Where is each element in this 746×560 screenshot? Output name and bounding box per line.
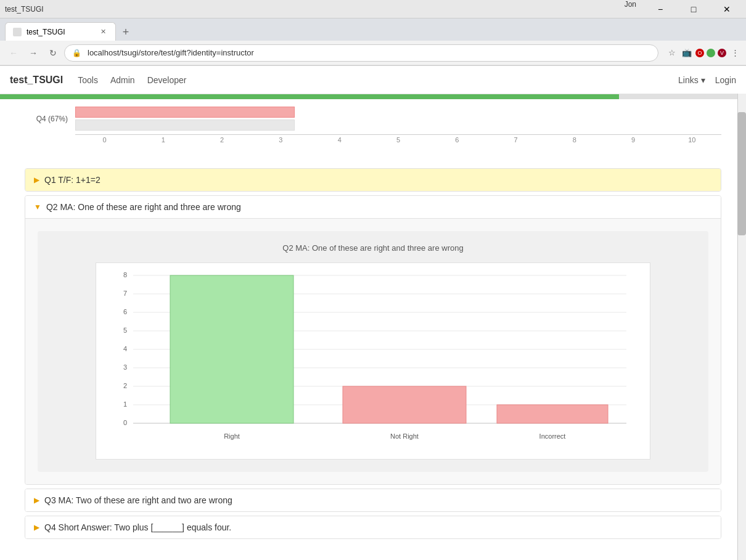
url-text: localhost/tsugi/store/test/gift?identity… [88, 48, 650, 57]
question-content-q2: Q2 MA: One of these are right and three … [25, 219, 721, 484]
svg-rect-19 [170, 275, 293, 423]
app-title: test_TSUGI [10, 75, 63, 86]
question-block-q4: ▶ Q4 Short Answer: Two plus [______] equ… [25, 516, 721, 539]
toggle-icon-q1: ▶ [34, 176, 39, 184]
user-name-display: Jon [625, 0, 636, 18]
chart-label-q4: Q4 (67%) [25, 115, 68, 123]
back-button[interactable]: ← [5, 44, 22, 62]
svg-text:3: 3 [123, 363, 127, 371]
opera-icon: O [695, 49, 704, 57]
top-chart-section: Q4 (67%) 0 1 2 3 4 5 6 7 8 9 10 [0, 99, 746, 156]
status-icon [707, 49, 715, 57]
progress-bar-fill [0, 94, 619, 99]
axis-tick-10: 10 [663, 134, 721, 144]
svg-rect-23 [497, 405, 608, 423]
tab-bar: test_TSUGI ✕ + [0, 18, 746, 41]
login-button[interactable]: Login [715, 75, 736, 85]
chart-bars-q4 [75, 107, 721, 131]
bar-light-q4 [75, 120, 295, 131]
question-header-q4[interactable]: ▶ Q4 Short Answer: Two plus [______] equ… [25, 516, 721, 538]
axis-tick-0: 0 [75, 134, 134, 144]
dropdown-arrow-icon: ▾ [701, 75, 705, 85]
main-content: Q4 (67%) 0 1 2 3 4 5 6 7 8 9 10 ▶ Q1 T [0, 94, 746, 560]
question-header-q1[interactable]: ▶ Q1 T/F: 1+1=2 [25, 169, 721, 191]
svg-text:4: 4 [123, 345, 127, 352]
toggle-icon-q3: ▶ [34, 496, 39, 505]
axis-tick-6: 6 [428, 134, 486, 144]
bar-chart-q2: Q2 MA: One of these are right and three … [38, 231, 708, 472]
maximize-button[interactable]: □ [679, 0, 708, 18]
svg-text:8: 8 [123, 271, 127, 278]
svg-text:1: 1 [123, 400, 127, 408]
svg-text:Right: Right [224, 432, 240, 440]
chart-title-q2: Q2 MA: One of these are right and three … [50, 243, 696, 253]
axis-tick-9: 9 [604, 134, 662, 144]
new-tab-button[interactable]: + [117, 23, 134, 41]
axis-tick-3: 3 [252, 134, 310, 144]
question-header-q3[interactable]: ▶ Q3 MA: Two of these are right and two … [25, 489, 721, 511]
main-nav: Tools Admin Developer [78, 75, 186, 85]
header-right: Links ▾ Login [678, 75, 736, 85]
bookmark-icon[interactable]: ☆ [666, 47, 678, 59]
scrollbar[interactable] [737, 94, 746, 560]
question-title-q4: Q4 Short Answer: Two plus [______] equal… [44, 522, 231, 532]
svg-text:7: 7 [123, 290, 127, 297]
svg-text:5: 5 [123, 327, 127, 334]
nav-bar: ← → ↻ 🔒 localhost/tsugi/store/test/gift?… [0, 41, 746, 65]
svg-rect-21 [343, 386, 466, 423]
question-header-q2[interactable]: ▼ Q2 MA: One of these are right and thre… [25, 196, 721, 219]
menu-icon[interactable]: ⋮ [729, 47, 741, 59]
vivaldi-icon: V [718, 49, 726, 57]
axis-tick-2: 2 [193, 134, 252, 144]
browser-chrome: test_TSUGI Jon − □ ✕ test_TSUGI ✕ + ← → … [0, 0, 746, 66]
window-controls: Jon − □ ✕ [625, 0, 741, 18]
axis-tick-7: 7 [486, 134, 545, 144]
cast-icon[interactable]: 📺 [681, 47, 693, 59]
chart-x-axis: 0 1 2 3 4 5 6 7 8 9 10 [25, 134, 721, 144]
bar-chart-svg-q2: 0 1 2 3 4 5 6 7 8 Right No [96, 262, 650, 460]
chart-row-q4: Q4 (67%) [25, 107, 721, 131]
active-tab[interactable]: test_TSUGI ✕ [5, 22, 116, 41]
refresh-button[interactable]: ↻ [44, 44, 62, 62]
bar-pink-q4 [75, 107, 295, 118]
svg-text:2: 2 [123, 382, 127, 389]
title-bar-text: test_TSUGI [5, 5, 44, 14]
question-title-q3: Q3 MA: Two of these are right and two ar… [44, 495, 232, 505]
scrollbar-thumb[interactable] [737, 112, 746, 235]
question-block-q1: ▶ Q1 T/F: 1+1=2 [25, 168, 721, 192]
forward-button[interactable]: → [25, 44, 42, 62]
svg-text:Incorrect: Incorrect [539, 432, 566, 440]
app-header: test_TSUGI Tools Admin Developer Links ▾… [0, 66, 746, 94]
question-block-q2: ▼ Q2 MA: One of these are right and thre… [25, 195, 721, 485]
svg-text:Not Right: Not Right [390, 432, 419, 440]
question-title-q1: Q1 T/F: 1+1=2 [44, 175, 100, 185]
tab-favicon [13, 28, 22, 36]
close-button[interactable]: ✕ [713, 0, 741, 18]
axis-tick-4: 4 [310, 134, 369, 144]
toggle-icon-q2: ▼ [34, 203, 41, 211]
axis-tick-8: 8 [545, 134, 604, 144]
progress-bar-container [0, 94, 746, 99]
svg-text:0: 0 [123, 419, 127, 426]
question-title-q2: Q2 MA: One of these are right and three … [46, 202, 241, 212]
browser-nav-icons: ☆ 📺 O V ⋮ [666, 47, 741, 59]
nav-developer[interactable]: Developer [147, 75, 187, 85]
axis-tick-5: 5 [369, 134, 427, 144]
tab-title: test_TSUGI [27, 28, 65, 36]
nav-tools[interactable]: Tools [78, 75, 98, 85]
lock-icon: 🔒 [72, 49, 81, 57]
toggle-icon-q4: ▶ [34, 523, 39, 532]
nav-admin[interactable]: Admin [110, 75, 135, 85]
questions-section: ▶ Q1 T/F: 1+1=2 ▼ Q2 MA: One of these ar… [0, 156, 746, 555]
address-bar[interactable]: 🔒 localhost/tsugi/store/test/gift?identi… [64, 44, 658, 62]
minimize-button[interactable]: − [646, 0, 674, 18]
links-dropdown-button[interactable]: Links ▾ [678, 75, 705, 85]
svg-text:6: 6 [123, 308, 127, 315]
question-block-q3: ▶ Q3 MA: Two of these are right and two … [25, 489, 721, 512]
title-bar: test_TSUGI Jon − □ ✕ [0, 0, 746, 18]
tab-close-button[interactable]: ✕ [98, 27, 108, 37]
axis-tick-1: 1 [134, 134, 192, 144]
